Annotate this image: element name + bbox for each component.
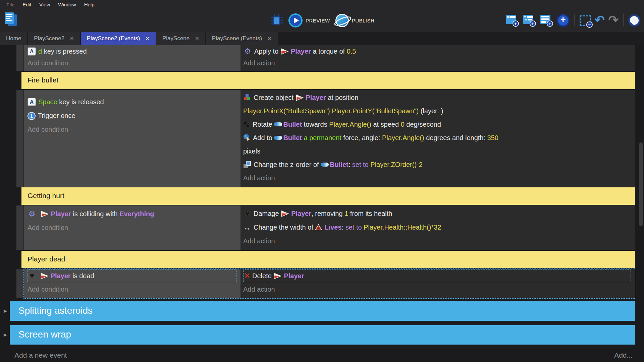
text-segment: Player.Health::Health()*32 [364, 224, 441, 231]
tab-home[interactable]: Home [0, 32, 27, 45]
add-comment-icon[interactable]: + [540, 13, 553, 27]
add-action-button[interactable]: Add action [243, 57, 632, 69]
event-row[interactable]: Ad key is pressedAdd condition⚙Apply to … [16, 45, 635, 71]
condition-line[interactable]: ⚙ Player is colliding with Everything [28, 207, 237, 221]
action-line[interactable]: Change the z-order of Bullet: set to Pla… [243, 158, 632, 171]
debug-icon[interactable] [270, 13, 283, 27]
event-drag-handle[interactable] [16, 45, 24, 71]
action-line[interactable]: Add to Bullet a permanent force, angle: … [243, 131, 632, 144]
condition-line[interactable]: 1Trigger once [28, 109, 237, 123]
close-icon[interactable]: ✕ [267, 36, 272, 42]
condition-line[interactable]: ♥ Player is dead [28, 270, 236, 282]
tab-playscene2[interactable]: PlayScene2 ✕ [28, 32, 80, 45]
event-drag-handle[interactable] [16, 205, 24, 250]
event-row[interactable]: ♥ Player is deadAdd condition✕Delete Pla… [16, 269, 635, 298]
ship-icon [40, 273, 48, 279]
actions-cell[interactable]: ✕Delete PlayerAdd action [240, 269, 635, 298]
publish-button[interactable]: PUBLISH [335, 14, 375, 27]
text-segment: 350 [487, 134, 498, 142]
add-action-button[interactable]: Add action [243, 283, 632, 296]
keyboard-icon: A [28, 47, 36, 56]
action-line[interactable]: ⚙Apply to Player a torque of 0.5 [243, 46, 632, 57]
play-icon [288, 13, 303, 27]
group-row[interactable]: ▶Screen wrap [10, 325, 635, 345]
menu-help[interactable]: Help [80, 1, 98, 8]
gdevelop-logo-icon[interactable] [4, 12, 17, 28]
add-condition-button[interactable]: Add condition [28, 221, 237, 235]
toolbar-separator [574, 14, 575, 26]
menu-view[interactable]: View [36, 1, 54, 8]
conditions-cell[interactable]: ♥ Player is deadAdd condition [24, 269, 240, 298]
add-condition-button[interactable]: Add condition [28, 57, 237, 69]
event-row[interactable]: ⚙ Player is colliding with EverythingAdd… [16, 205, 635, 250]
conditions-cell[interactable]: ⚙ Player is colliding with EverythingAdd… [24, 205, 240, 250]
select-instances-icon[interactable]: − [580, 15, 591, 26]
text-segment: is dead [71, 272, 94, 280]
group-row[interactable]: ▶Splitting asteroids [10, 301, 635, 321]
close-icon[interactable]: ✕ [195, 36, 199, 42]
menu-bar: File Edit View Window Help [0, 0, 644, 9]
add-new-icon[interactable]: + [557, 14, 570, 27]
condition-line[interactable]: ASpace key is released [28, 95, 237, 109]
collapse-arrow-icon[interactable]: ▶ [4, 325, 7, 345]
text-segment: Add action [243, 237, 275, 245]
add-condition-button[interactable]: Add condition [28, 123, 237, 136]
action-line[interactable]: Player.PointX("BulletSpawn");Player.Poin… [243, 104, 632, 118]
ship-icon [41, 211, 49, 217]
text-segment: d [38, 48, 42, 55]
text-segment: Player [306, 94, 326, 102]
action-line[interactable]: ♥Damage Player, removing 1 from its heal… [243, 207, 632, 221]
add-more-button[interactable]: Add... [614, 351, 633, 359]
comment-row[interactable]: Getting hurt [21, 187, 635, 205]
close-icon[interactable]: ✕ [70, 36, 74, 42]
preview-button[interactable]: PREVIEW [288, 13, 330, 27]
events-footer: Add a new event Add... [14, 351, 633, 359]
ship-icon [296, 95, 304, 101]
zorder-icon [243, 161, 251, 169]
search-icon[interactable] [629, 14, 641, 26]
close-icon[interactable]: ✕ [145, 36, 150, 42]
text-segment: Bullet [283, 134, 302, 142]
add-event-icon[interactable]: + [505, 13, 519, 27]
tab-playscene-events[interactable]: PlayScene (Events) ✕ [206, 32, 278, 45]
conditions-cell[interactable]: Ad key is pressedAdd condition [24, 45, 240, 71]
action-line[interactable]: ↔Change the width of Lives: set to Playe… [243, 221, 632, 234]
text-segment: force, angle: [341, 134, 382, 142]
text-segment: Player.ZOrder()-2 [370, 161, 423, 169]
event-row[interactable]: ASpace key is released1Trigger onceAdd c… [16, 90, 635, 187]
action-line[interactable]: Rotate Bullet towards Player.Angle() at … [243, 118, 632, 131]
scrollbar-thumb[interactable] [639, 142, 643, 226]
text-segment: Player [291, 210, 311, 218]
add-sub-event-icon[interactable]: + [523, 13, 536, 27]
menu-window[interactable]: Window [54, 1, 79, 8]
actions-cell[interactable]: ♥Damage Player, removing 1 from its heal… [240, 205, 635, 250]
planet-icon [335, 14, 349, 27]
comment-row[interactable]: Fire bullet [21, 72, 635, 89]
undo-icon[interactable]: ↶ [595, 13, 605, 27]
conditions-cell[interactable]: ASpace key is released1Trigger onceAdd c… [24, 90, 240, 187]
action-line[interactable]: ✕Delete Player [244, 270, 631, 282]
tab-playscene2-events[interactable]: PlayScene2 (Events) ✕ [81, 32, 156, 45]
add-new-event-button[interactable]: Add a new event [14, 351, 67, 359]
action-line[interactable]: Create object Player at position [243, 91, 632, 104]
menu-edit[interactable]: Edit [19, 1, 35, 8]
add-action-button[interactable]: Add action [243, 171, 632, 185]
collapse-arrow-icon[interactable]: ▶ [4, 301, 7, 321]
action-line[interactable]: pixels [243, 144, 632, 158]
add-condition-button[interactable]: Add condition [28, 283, 237, 296]
heart-icon: ♥ [243, 209, 251, 219]
text-segment: Add condition [28, 126, 68, 133]
tab-playscene[interactable]: PlayScene ✕ [156, 32, 205, 45]
event-drag-handle[interactable] [16, 90, 24, 187]
text-segment: Add condition [28, 224, 68, 232]
actions-cell[interactable]: ⚙Apply to Player a torque of 0.5Add acti… [240, 45, 635, 71]
comment-row[interactable]: Player dead [21, 251, 635, 268]
add-action-button[interactable]: Add action [243, 234, 632, 248]
text-segment: Apply to [254, 48, 280, 55]
condition-line[interactable]: Ad key is pressed [28, 46, 237, 57]
text-segment: at position [326, 94, 359, 102]
plus-badge-icon: + [547, 20, 553, 27]
menu-file[interactable]: File [3, 1, 18, 8]
actions-cell[interactable]: Create object Player at positionPlayer.P… [240, 90, 635, 187]
event-drag-handle[interactable] [16, 269, 24, 298]
